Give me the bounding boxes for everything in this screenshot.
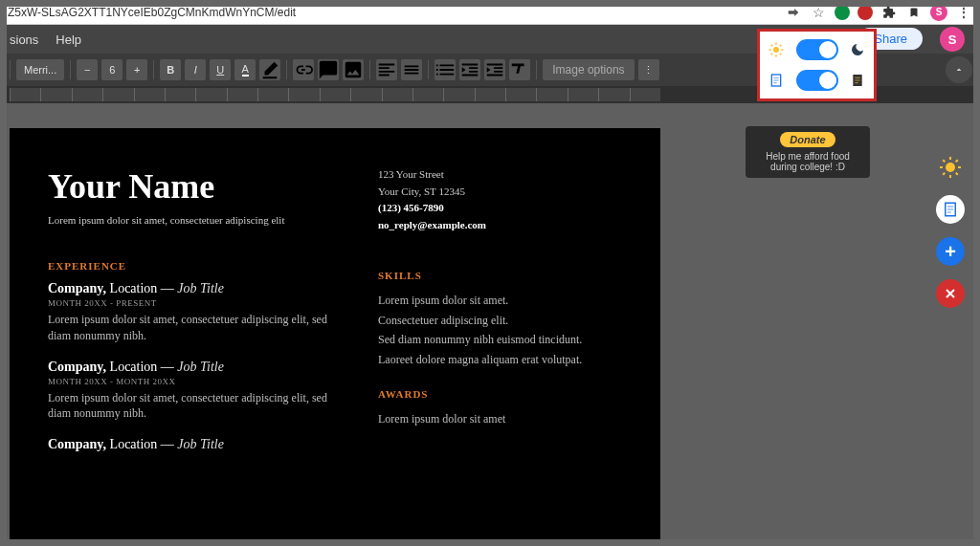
theme-toggle-row [768, 39, 866, 60]
donate-button[interactable]: Donate [780, 132, 835, 147]
document-right-column: 123 Your Street Your City, ST 12345 (123… [378, 166, 622, 539]
job-location: Location [110, 360, 158, 374]
job-entry[interactable]: Company, Location — Job Title MONTH 20XX… [48, 360, 349, 423]
job-entry[interactable]: Company, Location — Job Title MONTH 20XX… [48, 281, 349, 344]
insert-image-button[interactable] [343, 59, 364, 80]
document-page[interactable]: Your Name Lorem ipsum dolor sit amet, co… [10, 128, 660, 539]
awards-body[interactable]: Lorem ipsum dolor sit amet [378, 409, 622, 428]
decrease-indent-button[interactable] [459, 59, 480, 80]
job-title: Job Title [177, 360, 224, 374]
job-company: Company, [48, 281, 106, 295]
job-body: Lorem ipsum dolor sit amet, consectetuer… [48, 312, 349, 344]
job-title: Job Title [177, 281, 224, 295]
doc-mode-toggle[interactable] [796, 70, 838, 91]
toolbar-collapse-button[interactable] [946, 56, 972, 83]
clear-formatting-button[interactable] [509, 59, 530, 80]
floating-action-buttons: + [936, 153, 965, 308]
font-size-plus[interactable]: + [126, 59, 147, 80]
theme-toggle[interactable] [796, 39, 838, 60]
float-close-button[interactable] [936, 279, 965, 308]
svg-point-0 [773, 47, 779, 53]
job-location: Location [110, 437, 158, 451]
donate-box: Donate Help me afford food during colleg… [746, 126, 870, 178]
resume-tagline[interactable]: Lorem ipsum dolor sit amet, consectetuer… [48, 214, 349, 226]
float-sun-button[interactable] [936, 153, 965, 182]
job-date: MONTH 20XX - MONTH 20XX [48, 377, 349, 386]
extensions-puzzle-icon[interactable] [880, 4, 898, 21]
donate-text: Help me afford food during college! :D [751, 151, 864, 172]
svg-line-24 [943, 173, 945, 175]
url-text[interactable]: Z5xW-SLsAG2XTT1NYceIEb0ZgCMnKmdWnYnCM/ed… [8, 6, 785, 19]
insert-link-button[interactable] [293, 59, 314, 80]
profile-avatar-small[interactable]: S [930, 4, 947, 21]
font-family-select[interactable]: Merri... [16, 59, 64, 80]
add-comment-button[interactable] [318, 59, 339, 80]
bookmark-star-icon[interactable]: ☆ [810, 4, 827, 21]
menu-item-extensions[interactable]: sions [10, 33, 38, 47]
section-experience-head[interactable]: EXPERIENCE [48, 260, 349, 272]
job-company: Company, [48, 360, 106, 374]
doc-light-icon [768, 72, 785, 89]
browser-url-bar: Z5xW-SLsAG2XTT1NYceIEb0ZgCMnKmdWnYnCM/ed… [0, 0, 980, 25]
more-options-button[interactable]: ⋮ [638, 59, 659, 80]
svg-line-5 [771, 45, 773, 47]
extension-red-icon[interactable] [858, 5, 873, 20]
skills-body[interactable]: Lorem ipsum dolor sit amet.Consectetuer … [378, 291, 622, 369]
bookmark-icon[interactable] [905, 4, 923, 21]
svg-line-8 [780, 45, 782, 47]
moon-icon [849, 41, 866, 58]
svg-line-22 [943, 160, 945, 162]
underline-button[interactable]: U [210, 59, 231, 80]
svg-line-7 [771, 54, 773, 55]
italic-button[interactable]: I [185, 59, 206, 80]
sun-icon [768, 41, 785, 58]
job-company: Company, [48, 437, 106, 451]
svg-line-6 [780, 54, 782, 55]
job-date: MONTH 20XX - PRESENT [48, 298, 349, 308]
contact-street: 123 Your Street [378, 166, 622, 184]
job-sep: — [161, 360, 174, 374]
contact-city: Your City, ST 12345 [378, 184, 622, 201]
dark-mode-extension-popup [757, 29, 877, 101]
font-size-minus[interactable]: − [77, 59, 98, 80]
contact-phone: (123) 456-7890 [378, 200, 622, 217]
job-sep: — [161, 281, 174, 295]
job-body: Lorem ipsum dolor sit amet, consectetuer… [48, 390, 349, 423]
doc-mode-toggle-row [768, 70, 866, 91]
svg-line-25 [956, 160, 958, 162]
resume-name[interactable]: Your Name [48, 166, 349, 207]
profile-avatar[interactable]: S [940, 27, 965, 52]
text-color-button[interactable]: A [234, 59, 256, 80]
menu-item-help[interactable]: Help [56, 33, 81, 47]
document-left-column: Your Name Lorem ipsum dolor sit amet, co… [48, 166, 349, 539]
highlight-button[interactable] [259, 59, 280, 80]
section-skills-head[interactable]: SKILLS [378, 270, 622, 281]
contact-block[interactable]: 123 Your Street Your City, ST 12345 (123… [378, 166, 622, 233]
browser-menu-icon[interactable]: ⋮ [955, 4, 972, 21]
float-doc-button[interactable] [936, 195, 965, 224]
contact-email: no_reply@example.com [378, 217, 622, 234]
extension-green-icon[interactable] [835, 5, 850, 20]
url-bar-icons: ☆ S ⋮ [785, 4, 972, 21]
align-button[interactable] [376, 59, 397, 80]
job-location: Location [110, 281, 158, 295]
bold-button[interactable]: B [160, 59, 181, 80]
section-awards-head[interactable]: AWARDS [378, 388, 622, 400]
svg-point-17 [946, 163, 955, 172]
share-url-icon[interactable] [785, 4, 802, 21]
job-title: Job Title [177, 437, 224, 451]
svg-line-23 [956, 173, 958, 175]
line-spacing-button[interactable] [401, 59, 422, 80]
job-sep: — [161, 437, 174, 451]
float-add-button[interactable]: + [936, 237, 965, 266]
image-options-button[interactable]: Image options [543, 59, 634, 80]
numbered-list-button[interactable] [434, 59, 456, 80]
increase-indent-button[interactable] [484, 59, 505, 80]
job-entry[interactable]: Company, Location — Job Title [48, 437, 349, 452]
doc-dark-icon [849, 72, 866, 89]
font-size-input[interactable]: 6 [101, 59, 122, 80]
